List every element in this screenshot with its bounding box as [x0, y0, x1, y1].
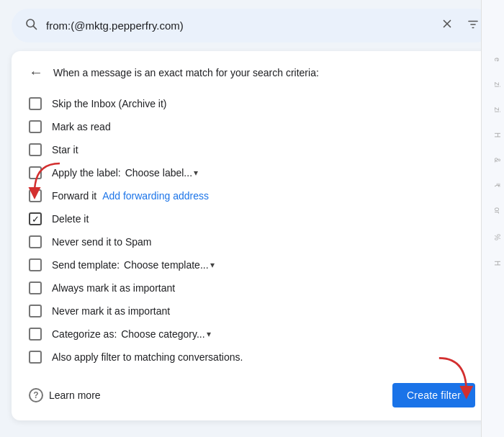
right-panel: e zi zi H & ₹ or % H — [481, 0, 504, 437]
choose-category-dropdown[interactable]: Choose category... ▾ — [121, 328, 210, 340]
learn-more-wrap[interactable]: ? Learn more — [29, 388, 101, 402]
apply-label-checkbox[interactable] — [29, 166, 42, 179]
delete-it-label: Delete it — [52, 213, 89, 225]
also-apply-label: Also apply filter to matching conversati… — [52, 351, 243, 363]
search-query: from:(@mktg.pepperfry.com) — [46, 19, 428, 32]
list-item: Apply the label: Choose label... ▾ — [29, 161, 475, 184]
star-it-label: Star it — [52, 144, 78, 156]
create-filter-button[interactable]: Create filter — [392, 383, 475, 407]
list-item: Forward it Add forwarding address — [29, 184, 475, 207]
dropdown-arrow-icon: ▾ — [210, 260, 215, 270]
search-bar: from:(@mktg.pepperfry.com) — [12, 9, 492, 42]
dropdown-arrow-icon: ▾ — [194, 168, 198, 178]
delete-it-checkbox[interactable] — [29, 212, 42, 225]
list-item: Skip the Inbox (Archive it) — [29, 92, 475, 115]
list-item: Never mark it as important — [29, 299, 475, 323]
choose-label-dropdown[interactable]: Choose label... ▾ — [125, 167, 198, 179]
back-button[interactable]: ← — [29, 64, 43, 81]
send-template-checkbox[interactable] — [29, 258, 42, 271]
never-important-checkbox[interactable] — [29, 305, 42, 317]
dialog-footer: ? Learn more Create filter — [29, 379, 475, 407]
list-item: Delete it — [29, 207, 475, 230]
always-important-label: Always mark it as important — [52, 282, 175, 294]
dialog-title: When a message is an exact match for you… — [53, 67, 319, 78]
mark-as-read-checkbox[interactable] — [29, 120, 42, 133]
skip-inbox-checkbox[interactable] — [29, 97, 42, 110]
svg-line-1 — [33, 26, 36, 29]
close-icon[interactable] — [436, 16, 458, 35]
filter-icon[interactable] — [467, 18, 480, 34]
list-item: Send template: Choose template... ▾ — [29, 253, 475, 276]
also-apply-checkbox[interactable] — [29, 351, 42, 364]
never-spam-label: Never send it to Spam — [52, 236, 152, 248]
list-item: Mark as read — [29, 115, 475, 138]
list-item: Star it — [29, 138, 475, 161]
list-item: Categorize as: Choose category... ▾ — [29, 323, 475, 346]
search-icon — [24, 17, 37, 34]
forward-it-checkbox[interactable] — [29, 189, 42, 202]
categorize-as-checkbox[interactable] — [29, 328, 42, 341]
dialog-header: ← When a message is an exact match for y… — [29, 64, 475, 81]
dropdown-arrow-icon: ▾ — [207, 329, 211, 339]
choose-template-dropdown[interactable]: Choose template... ▾ — [124, 259, 215, 271]
skip-inbox-label: Skip the Inbox (Archive it) — [52, 98, 167, 109]
learn-more-text: Learn more — [49, 389, 101, 401]
star-it-checkbox[interactable] — [29, 143, 42, 156]
add-forwarding-address-link[interactable]: Add forwarding address — [102, 190, 209, 202]
list-item: Never send it to Spam — [29, 230, 475, 253]
help-icon: ? — [29, 388, 43, 402]
filter-dialog: ← When a message is an exact match for y… — [12, 51, 492, 420]
list-item: Always mark it as important — [29, 276, 475, 299]
always-important-checkbox[interactable] — [29, 281, 42, 294]
list-item: Also apply filter to matching conversati… — [29, 346, 475, 369]
never-spam-checkbox[interactable] — [29, 235, 42, 248]
apply-label-label: Apply the label: Choose label... ▾ — [52, 167, 198, 179]
mark-as-read-label: Mark as read — [52, 121, 111, 132]
never-important-label: Never mark it as important — [52, 305, 170, 317]
options-list: Skip the Inbox (Archive it) Mark as read… — [29, 92, 475, 369]
forward-it-label: Forward it Add forwarding address — [52, 190, 209, 202]
send-template-label: Send template: Choose template... ▾ — [52, 259, 215, 271]
categorize-as-label: Categorize as: Choose category... ▾ — [52, 328, 211, 340]
